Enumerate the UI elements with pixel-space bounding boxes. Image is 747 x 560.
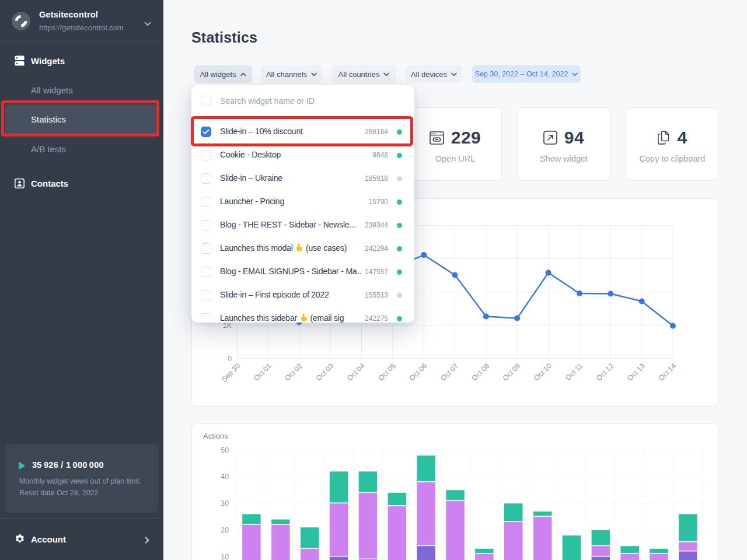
svg-text:50: 50 <box>221 446 229 454</box>
svg-text:Oct 08: Oct 08 <box>470 362 491 383</box>
svg-text:Oct 07: Oct 07 <box>439 362 460 383</box>
svg-text:Oct 06: Oct 06 <box>408 362 429 383</box>
svg-text:Oct 03: Oct 03 <box>315 362 336 383</box>
svg-text:Oct 13: Oct 13 <box>626 362 647 383</box>
svg-text:Oct 10: Oct 10 <box>532 362 553 383</box>
svg-text:Oct 05: Oct 05 <box>376 362 397 383</box>
svg-text:20: 20 <box>221 526 229 534</box>
svg-text:Oct 12: Oct 12 <box>595 362 616 383</box>
svg-text:0: 0 <box>228 355 232 363</box>
svg-text:Oct 11: Oct 11 <box>564 362 584 382</box>
svg-text:Oct 02: Oct 02 <box>283 362 304 383</box>
svg-text:Oct 01: Oct 01 <box>252 362 273 383</box>
svg-text:Oct 14: Oct 14 <box>657 362 678 383</box>
svg-text:Oct 04: Oct 04 <box>345 362 366 383</box>
svg-text:10: 10 <box>221 553 229 560</box>
svg-text:40: 40 <box>221 473 229 481</box>
svg-text:Sep 30: Sep 30 <box>220 362 242 384</box>
svg-text:30: 30 <box>221 499 229 508</box>
svg-text:Oct 09: Oct 09 <box>501 362 522 383</box>
